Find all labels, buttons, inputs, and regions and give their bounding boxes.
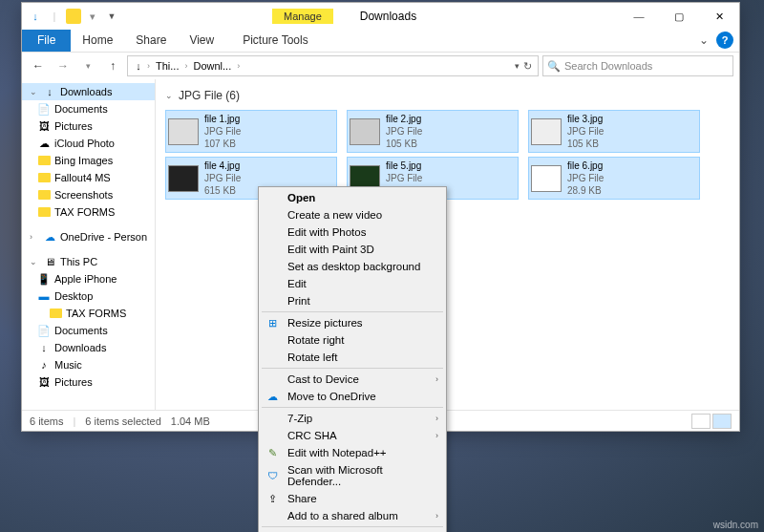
search-input[interactable]: 🔍 Search Downloads [542,55,733,76]
cm-defender-scan[interactable]: 🛡Scan with Microsoft Defender... [261,461,444,490]
help-button[interactable]: ? [716,32,733,49]
qat-overflow-icon[interactable]: ▼ [104,9,119,24]
file-type: JPG File [386,125,422,138]
up-button[interactable]: ↑ [102,55,123,76]
cm-7zip[interactable]: 7-Zip› [261,410,444,427]
cm-move-onedrive[interactable]: ☁Move to OneDrive [261,388,444,405]
cm-rotate-right[interactable]: Rotate right [261,331,444,349]
sidebar-item-fallout[interactable]: Fallout4 MS [22,169,155,186]
cm-label: Rotate left [287,351,337,363]
cm-crc-sha[interactable]: CRC SHA› [261,427,444,444]
title-bar: ↓ | ▾ ▼ Manage Downloads — ▢ ✕ [22,3,739,30]
sidebar-item-downloads2[interactable]: ↓Downloads [22,339,155,356]
cm-label: Edit with Paint 3D [287,244,374,255]
sidebar-item-pictures[interactable]: 🖼Pictures [22,117,155,135]
file-item[interactable]: file 1.jpg JPG File 107 KB [165,110,337,153]
sidebar-item-bing[interactable]: Bing Images [22,152,155,169]
sidebar-item-label: Bing Images [54,155,113,166]
breadcrumb[interactable]: Downl... [189,60,235,72]
sidebar-item-thispc[interactable]: ⌄🖥This PC [22,253,155,270]
pictures-icon: 🖼 [37,119,51,133]
breadcrumb[interactable]: Thi... [152,60,182,72]
status-selected-count: 6 items selected [85,415,160,427]
group-header[interactable]: ⌄ JPG File (6) [165,85,730,106]
desktop-icon: ▬ [37,289,51,303]
file-type: JPG File [204,172,241,184]
resize-icon: ⊞ [265,315,280,330]
back-button[interactable]: ← [28,55,49,76]
cm-share[interactable]: ⇪Share [261,490,444,507]
maximize-button[interactable]: ▢ [659,3,699,30]
sidebar-item-tax2[interactable]: TAX FORMS [22,305,155,322]
cm-edit-photos[interactable]: Edit with Photos [261,223,444,241]
pictures-icon: 🖼 [37,375,51,389]
forward-button[interactable]: → [53,55,74,76]
sidebar-item-tax[interactable]: TAX FORMS [22,203,155,221]
sidebar-item-label: TAX FORMS [54,206,115,218]
cm-cast-to-device[interactable]: Cast to Device› [261,371,444,388]
sidebar-item-label: This PC [60,256,97,267]
thumbnail [531,118,562,145]
recent-locations-button[interactable]: ▾ [77,55,98,76]
cm-label: Cast to Device [287,373,359,385]
sidebar-item-onedrive[interactable]: ›☁OneDrive - Person [22,228,155,245]
submenu-arrow-icon: › [435,431,438,440]
sidebar-item-screenshots[interactable]: Screenshots [22,186,155,203]
crumb-sep-icon: › [147,61,150,71]
sidebar-item-pictures2[interactable]: 🖼Pictures [22,373,155,391]
npp-icon: ✎ [265,445,280,460]
cm-open[interactable]: Open [261,189,444,206]
sidebar-item-downloads[interactable]: ⌄↓Downloads [22,83,155,100]
sidebar-item-label: OneDrive - Person [60,231,147,243]
sidebar-item-icloud[interactable]: ☁iCloud Photo [22,135,155,152]
close-button[interactable]: ✕ [699,3,739,30]
cm-print[interactable]: Print [261,292,444,309]
details-view-button[interactable] [691,414,711,429]
address-bar[interactable]: ↓ › Thi... › Downl... › ▾ ↻ [127,55,539,76]
tab-home[interactable]: Home [71,30,124,52]
qat-dropdown-icon[interactable]: ▾ [85,9,100,24]
content-pane[interactable]: ⌄ JPG File (6) file 1.jpg JPG File 107 K… [156,79,739,410]
documents-icon: 📄 [37,102,51,116]
tab-view[interactable]: View [178,30,225,52]
context-tab-manage[interactable]: Manage [272,9,333,24]
tab-picture-tools[interactable]: Picture Tools [231,30,319,52]
qat-down-icon[interactable]: ↓ [28,9,43,24]
sidebar-item-label: Pictures [54,376,93,388]
cm-add-shared-album[interactable]: Add to a shared album› [261,507,444,524]
file-name: file 4.jpg [204,160,241,172]
sidebar-item-iphone[interactable]: 📱Apple iPhone [22,270,155,287]
file-size: 105 KB [567,138,604,150]
file-name: file 5.jpg [386,160,422,172]
file-item[interactable]: file 6.jpg JPG File 28.9 KB [528,157,700,200]
minimize-button[interactable]: — [619,3,659,30]
tab-file[interactable]: File [22,30,71,52]
sidebar-item-desktop[interactable]: ▬Desktop [22,287,155,305]
sidebar-item-documents2[interactable]: 📄Documents [22,322,155,339]
chevron-down-icon: ⌄ [165,91,175,100]
ribbon-expand-icon[interactable]: ⌄ [691,30,716,52]
cm-resize-pictures[interactable]: ⊞Resize pictures [261,314,444,331]
tab-share[interactable]: Share [124,30,178,52]
cm-notepad-plus-plus[interactable]: ✎Edit with Notepad++ [261,444,444,461]
status-item-count: 6 items [30,415,63,427]
file-name: file 2.jpg [386,113,422,125]
folder-icon [37,205,51,219]
sidebar-item-documents[interactable]: 📄Documents [22,100,155,117]
cm-edit-paint3d[interactable]: Edit with Paint 3D [261,241,444,258]
file-item[interactable]: file 2.jpg JPG File 105 KB [347,110,519,153]
refresh-button[interactable]: ↻ [521,60,534,73]
sidebar-item-label: Documents [54,103,108,115]
cm-rotate-left[interactable]: Rotate left [261,349,444,366]
folder-icon [49,307,62,320]
file-item[interactable]: file 3.jpg JPG File 105 KB [528,110,700,153]
cm-edit[interactable]: Edit [261,275,444,292]
sidebar-item-music[interactable]: ♪Music [22,356,155,373]
cm-create-video[interactable]: Create a new video [261,206,444,223]
cm-set-background[interactable]: Set as desktop background [261,258,444,275]
sidebar-item-label: Music [54,359,82,371]
tiles-view-button[interactable] [712,414,732,429]
address-dropdown-icon[interactable]: ▾ [515,61,520,71]
cm-label: Set as desktop background [287,261,420,272]
file-name: file 1.jpg [204,113,241,125]
